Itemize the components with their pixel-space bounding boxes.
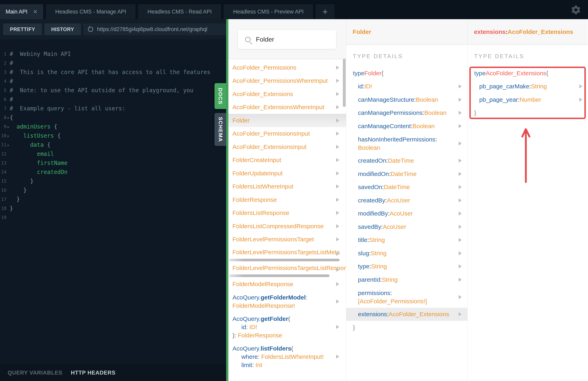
editor-line: 3# This is the core API that has access …	[0, 68, 226, 77]
code-segment: type	[474, 70, 486, 77]
editor-line: 16 }	[0, 186, 226, 195]
code-segment: getFolderModel	[261, 294, 306, 301]
field-row[interactable]: savedOn: DateTime	[346, 181, 467, 194]
close-icon[interactable]: ✕	[33, 9, 38, 14]
field-row[interactable]: parentId: String	[346, 273, 467, 286]
list-item[interactable]: FoldersListWhereInput	[229, 180, 346, 193]
prettify-button[interactable]: PRETTIFY	[3, 23, 42, 35]
fold-arrow-icon[interactable]: ▾	[6, 133, 10, 138]
list-item[interactable]: FolderLevelPermissionsTargetsListRespons…	[229, 262, 346, 277]
editor-line: 6#	[0, 95, 226, 104]
docs-vertical-scrollbar[interactable]	[343, 59, 346, 107]
list-item[interactable]: AcoFolder_Permissions	[229, 61, 346, 74]
tab-headless-cms-manage-api[interactable]: Headless CMS - Manage API	[46, 4, 135, 19]
code-segment: {	[10, 114, 13, 121]
docs-panel-divider[interactable]	[226, 19, 229, 381]
code-segment: }	[10, 196, 20, 203]
list-item[interactable]: FolderLevelPermissionsTarget	[229, 233, 346, 246]
field-row[interactable]: createdBy: AcoUser	[346, 194, 467, 207]
list-item[interactable]: FolderCreateInput	[229, 154, 346, 167]
list-item[interactable]: FoldersListCompressedResponse	[229, 220, 346, 233]
type-fields: id: ID!canManageStructure: BooleancanMan…	[346, 80, 467, 321]
line-number: 12	[0, 151, 6, 156]
list-item[interactable]: AcoFolder_ExtensionsInput	[229, 140, 346, 154]
folder-panel-header: Folder	[346, 19, 467, 45]
list-item[interactable]: AcoQuery.listFolders(where: FoldersListW…	[229, 342, 346, 372]
tab-headless-cms-preview-api[interactable]: Headless CMS - Preview API	[224, 4, 313, 19]
fold-arrow-icon[interactable]: ▾	[6, 124, 10, 129]
docs-search-input[interactable]: Folder	[238, 30, 336, 49]
field-type: String	[382, 276, 398, 283]
new-tab-button[interactable]: +	[316, 4, 335, 19]
editor-line: 12 email	[0, 149, 226, 158]
panel-title: Folder	[353, 28, 371, 35]
field-row[interactable]: title: String	[346, 233, 467, 247]
field-type: String	[531, 83, 547, 90]
chevron-right-icon	[459, 238, 462, 242]
field-name: type	[358, 263, 369, 270]
colon: :	[369, 263, 371, 270]
fold-arrow-icon[interactable]: ▾	[6, 115, 10, 120]
docs-side-tab[interactable]: DOCS	[214, 83, 226, 109]
query-variables-tab[interactable]: QUERY VARIABLES	[8, 370, 62, 376]
list-item[interactable]: FolderLevelPermissionsTargetsListMeta	[229, 246, 346, 262]
endpoint-url-bar[interactable]: https://d2785gi4qi6pw8.cloudfront.net/gr…	[83, 23, 226, 35]
list-item[interactable]: FolderUpdateInput	[229, 167, 346, 180]
list-item[interactable]: FolderResponse	[229, 193, 346, 207]
code-segment	[10, 160, 37, 166]
horizontal-scrollbar[interactable]	[229, 275, 330, 277]
list-item[interactable]: AcoFolder_PermissionsWhereInput	[229, 74, 346, 87]
field-name: extensions	[358, 311, 387, 318]
field-row[interactable]: savedBy: AcoUser	[346, 220, 467, 233]
code-segment: ):	[232, 332, 238, 339]
schema-side-tab[interactable]: SCHEMA	[214, 113, 226, 146]
fold-arrow-icon[interactable]: ▾	[6, 142, 10, 147]
field-row[interactable]: canManagePermissions: Boolean	[346, 106, 467, 120]
header-field-name: extensions	[474, 28, 506, 35]
code-text: email	[10, 150, 54, 157]
list-item[interactable]: Folder	[229, 114, 346, 127]
list-item[interactable]: AcoFolder_Extensions	[229, 87, 346, 101]
tab-headless-cms-read-api[interactable]: Headless CMS - Read API	[138, 4, 221, 19]
list-item[interactable]: FoldersListResponse	[229, 207, 346, 220]
code-segment: getFolder	[261, 316, 288, 322]
chevron-right-icon	[459, 278, 462, 282]
field-row[interactable]: id: ID!	[346, 80, 467, 93]
field-row[interactable]: pb_page_carMake: String	[467, 80, 588, 93]
fold-spacer	[6, 63, 10, 64]
code-segment	[10, 132, 23, 139]
settings-gear-icon[interactable]	[571, 5, 581, 15]
field-row[interactable]: canManageStructure: Boolean	[346, 93, 467, 106]
list-item[interactable]: AcoFolder_ExtensionsWhereInput	[229, 101, 346, 114]
field-type: AcoUser	[390, 210, 413, 217]
field-row[interactable]: type: String	[346, 260, 467, 273]
field-row[interactable]: permissions:[AcoFolder_Permissions!]	[346, 286, 467, 308]
field-row[interactable]: createdOn: DateTime	[346, 154, 467, 168]
list-item[interactable]: AcoFolder_PermissionsInput	[229, 127, 346, 140]
query-editor[interactable]: 1# Webiny Main API2#3# This is the core …	[0, 39, 226, 364]
item-line: ): FolderResponse	[232, 331, 346, 339]
list-item[interactable]: FolderModelResponse	[229, 277, 346, 291]
code-segment: :	[306, 294, 307, 301]
field-row[interactable]: pb_page_year: Number	[467, 93, 588, 106]
horizontal-scrollbar[interactable]	[229, 259, 340, 261]
field-row[interactable]: modifiedBy: AcoUser	[346, 207, 467, 220]
colon: :	[363, 83, 364, 90]
field-row[interactable]: modifiedOn: DateTime	[346, 167, 467, 181]
field-row[interactable]: canManageContent: Boolean	[346, 120, 467, 133]
list-item[interactable]: AcoQuery.getFolder(id: ID!): FolderRespo…	[229, 312, 346, 342]
code-text: }	[10, 187, 27, 193]
field-row[interactable]: hasNonInheritedPermissions:Boolean	[346, 133, 467, 154]
tab-main-api[interactable]: Main API✕	[0, 4, 43, 19]
field-name: modifiedOn	[358, 170, 389, 177]
line-number: 2	[0, 61, 6, 65]
field-row[interactable]: slug: String	[346, 247, 467, 260]
history-button[interactable]: HISTORY	[44, 23, 81, 35]
http-headers-tab[interactable]: HTTP HEADERS	[71, 370, 116, 376]
field-line: Boolean	[358, 144, 467, 152]
item-line: FolderModelResponse!	[232, 301, 346, 310]
type-details-label: TYPE DETAILS	[353, 53, 467, 59]
list-item[interactable]: AcoQuery.getFolderModel:FolderModelRespo…	[229, 291, 346, 312]
chevron-right-icon	[459, 172, 462, 176]
field-row[interactable]: extensions: AcoFolder_Extensions	[346, 308, 467, 321]
